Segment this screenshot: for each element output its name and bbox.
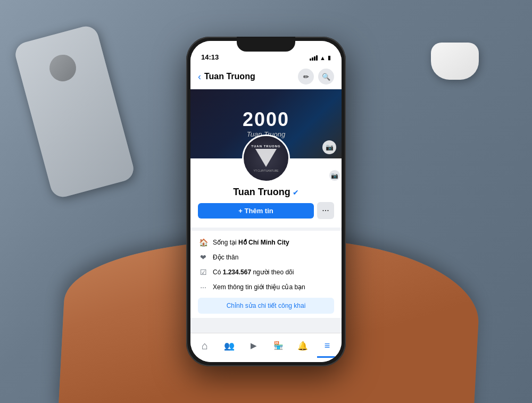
status-time: 14:13 [201, 53, 219, 61]
edit-icon: ✏ [303, 73, 309, 81]
nav-marketplace[interactable]: 🏪 [268, 338, 288, 354]
info-item-followers: ☑ Có 1.234.567 người theo dõi [198, 265, 334, 280]
avatar-camera-button[interactable]: 📷 [329, 170, 340, 181]
menu-nav-icon: ≡ [325, 340, 330, 351]
nav-notifications[interactable]: 🔔 [293, 338, 313, 354]
iphone: 14:13 ▲ ▮ ‹ [186, 37, 346, 366]
header-title: Tuan Truong [204, 72, 255, 81]
edit-public-button[interactable]: Chỉnh sửa chi tiết công khai [198, 298, 334, 314]
avatar-inner: TUAN TRUONG YT CLIP/TUANTUBE [244, 136, 288, 181]
signal-icon [310, 55, 318, 61]
wifi-icon: ▲ [320, 55, 326, 61]
avatar: TUAN TRUONG YT CLIP/TUANTUBE [242, 135, 290, 182]
screen: 14:13 ▲ ▮ ‹ [190, 41, 342, 362]
heart-icon: ❤ [198, 253, 209, 262]
marketplace-nav-icon: 🏪 [273, 341, 284, 350]
bottom-nav: ⌂ 👥 ▶ 🏪 🔔 ≡ [190, 333, 342, 362]
avatar-camera-icon: 📷 [331, 172, 338, 179]
status-icons: ▲ ▮ [310, 54, 331, 61]
battery-icon: ▮ [328, 54, 331, 61]
profile-name-row: Tuan Truong ✔ [190, 187, 342, 198]
airpods-case [431, 43, 479, 80]
notch [237, 37, 295, 52]
info-city-text: Sống tại Hồ Chí Minh City [213, 239, 289, 246]
action-buttons: + Thêm tin ··· [190, 198, 342, 223]
video-nav-icon: ▶ [251, 341, 257, 350]
back-button[interactable]: ‹ [198, 71, 201, 82]
more-icon: ··· [322, 206, 329, 215]
nav-menu[interactable]: ≡ [317, 338, 337, 354]
home-nav-icon: ⌂ [202, 340, 208, 352]
friends-nav-icon: 👥 [224, 341, 235, 351]
header-right: ✏ 🔍 [298, 69, 334, 85]
edit-button[interactable]: ✏ [298, 69, 314, 85]
avatar-text-top: TUAN TRUONG [251, 145, 280, 148]
nav-video[interactable]: ▶ [244, 338, 264, 354]
bell-nav-icon: 🔔 [297, 341, 308, 351]
check-icon: ☑ [198, 268, 209, 276]
avatar-text-bottom: YT CLIP/TUANTUBE [253, 169, 278, 172]
ellipsis-icon: ··· [198, 283, 209, 291]
verified-badge: ✔ [293, 188, 299, 197]
cover-content: 2000 Tuan Truong [243, 110, 289, 138]
info-item-city: 🏠 Sống tại Hồ Chí Minh City [198, 235, 334, 250]
background-phone [13, 23, 136, 199]
scene: 14:13 ▲ ▮ ‹ [0, 0, 532, 403]
profile-section: TUAN TRUONG YT CLIP/TUANTUBE 📷 Tuan Truo… [190, 135, 342, 228]
triangle-logo [255, 149, 277, 167]
cover-title: 2000 [243, 110, 289, 129]
profile-scroll[interactable]: 2000 Tuan Truong 📷 TUAN TRUONG [190, 89, 342, 333]
fb-header: ‹ Tuan Truong ✏ 🔍 [190, 64, 342, 89]
header-left: ‹ Tuan Truong [198, 71, 255, 82]
info-item-status: ❤ Độc thân [198, 250, 334, 265]
info-section: 🏠 Sống tại Hồ Chí Minh City ❤ Độc thân ☑… [190, 231, 342, 318]
info-followers-text: Có 1.234.567 người theo dõi [213, 268, 294, 276]
info-more-text: Xem thông tin giới thiệu của bạn [213, 283, 305, 291]
nav-friends[interactable]: 👥 [219, 338, 239, 354]
add-info-button[interactable]: + Thêm tin [198, 203, 314, 219]
more-options-button[interactable]: ··· [317, 202, 334, 219]
home-icon: 🏠 [198, 238, 209, 247]
search-icon: 🔍 [322, 73, 330, 81]
info-item-more: ··· Xem thông tin giới thiệu của bạn [198, 280, 334, 295]
info-status-text: Độc thân [213, 254, 238, 261]
profile-name: Tuan Truong [233, 187, 290, 198]
search-button[interactable]: 🔍 [318, 69, 334, 85]
nav-home[interactable]: ⌂ [195, 338, 215, 354]
avatar-container: TUAN TRUONG YT CLIP/TUANTUBE 📷 [190, 135, 342, 182]
